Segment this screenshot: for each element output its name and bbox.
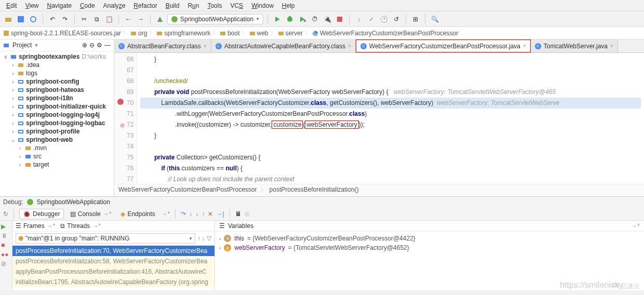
editor-tab[interactable]: CAbstractBeanFactory.class×	[114, 39, 211, 52]
back-icon[interactable]: ←	[123, 14, 133, 24]
bc-server[interactable]: server	[278, 30, 303, 37]
bc-jar[interactable]: spring-boot-2.2.1.RELEASE-sources.jar	[3, 30, 121, 37]
debug-icon[interactable]	[285, 14, 295, 24]
step-into-icon[interactable]: ↓	[189, 210, 192, 218]
vars-settings-icon[interactable]: →*	[631, 222, 640, 230]
tree-node[interactable]: ›springboot-logging-logbac	[1, 119, 113, 127]
paste-icon[interactable]: 📋	[104, 14, 114, 24]
tree-node[interactable]: ›springboot-config	[1, 77, 113, 86]
variable-row[interactable]: ›≡this= {WebServerFactoryCustomizerBeanP…	[219, 234, 640, 243]
tree-node[interactable]: ›springboot-logging-log4j	[1, 111, 113, 119]
refresh-icon[interactable]	[28, 14, 38, 24]
view-breakpoints-icon[interactable]: ●●	[1, 251, 11, 258]
collapse-icon[interactable]: ⊕	[82, 42, 87, 49]
undo-icon[interactable]: ↶	[47, 14, 58, 24]
coverage-icon[interactable]	[297, 14, 307, 24]
tree-root[interactable]: v springbootexamples D:\works	[1, 52, 113, 61]
attach-icon[interactable]: 🔌	[322, 14, 332, 24]
resume-icon[interactable]: ▶	[1, 223, 11, 230]
frames-filter-icon[interactable]: ▽	[207, 235, 211, 242]
tree-node[interactable]: ›.mvn	[1, 144, 113, 152]
run-icon[interactable]	[272, 14, 283, 24]
tree-node[interactable]: ⌄springboot-web	[1, 136, 113, 144]
bc-boot[interactable]: boot	[220, 30, 239, 37]
step-over-icon[interactable]: ↷	[181, 210, 186, 218]
bc-springframework[interactable]: springframework	[156, 30, 210, 37]
menu-refactor[interactable]: Refactor	[129, 1, 161, 10]
vcs-revert-icon[interactable]: ↺	[391, 14, 401, 24]
run-config-selector[interactable]: SpringbootWebApplication ▼	[167, 14, 263, 24]
force-step-into-icon[interactable]: ↓	[195, 210, 198, 218]
vcs-update-icon[interactable]: ↓	[354, 14, 364, 24]
thread-dropdown[interactable]: ⬣ "main"@1 in group "main": RUNNING ▼	[16, 233, 195, 244]
tree-node[interactable]: ›logs	[1, 69, 113, 77]
hide-icon[interactable]: —	[104, 42, 111, 49]
stop-icon[interactable]: ■	[1, 242, 11, 249]
copy-icon[interactable]: ⧉	[91, 14, 102, 24]
settings-icon[interactable]: ⚙	[97, 42, 102, 49]
menu-build[interactable]: Build	[162, 1, 184, 10]
tree-node[interactable]: ›springboot-profile	[1, 127, 113, 136]
pause-icon[interactable]: ⏸	[1, 232, 11, 239]
run-to-cursor-icon[interactable]: →|	[216, 210, 224, 218]
trace-icon[interactable]: ⊞	[245, 210, 250, 218]
editor-tab[interactable]: CTomcatWebServer.java×	[531, 39, 618, 52]
menu-edit[interactable]: Edit	[2, 1, 21, 10]
vcs-commit-icon[interactable]: ✓	[366, 14, 377, 24]
cut-icon[interactable]: ✂	[79, 14, 89, 24]
tree-node[interactable]: ›src	[1, 152, 113, 160]
redo-icon[interactable]: ↷	[60, 14, 70, 24]
frames-tab[interactable]: ☰Frames→*	[16, 222, 55, 230]
tree-node[interactable]: ›springboot-initializer-quick	[1, 102, 113, 111]
profile-icon[interactable]: ⏱	[310, 14, 320, 24]
menu-vcs[interactable]: VCS	[226, 1, 247, 10]
mute-breakpoints-icon[interactable]: ⊘	[1, 260, 11, 267]
frame-row[interactable]: postProcessBeforeInitialization:58, WebS…	[12, 256, 214, 266]
tree-node[interactable]: ›springboot-i18n	[1, 94, 113, 102]
menu-code[interactable]: Code	[76, 1, 99, 10]
menu-run[interactable]: Run	[183, 1, 203, 10]
crumb-class[interactable]: WebServerFactoryCustomizerBeanPostProces…	[118, 186, 257, 195]
structure-icon[interactable]: ⊞	[410, 14, 421, 24]
close-tab-icon[interactable]: ×	[204, 43, 207, 49]
editor-tab[interactable]: CWebServerFactoryCustomizerBeanPostProce…	[356, 39, 531, 52]
bc-web[interactable]: web	[249, 30, 269, 37]
bc-org[interactable]: org	[130, 30, 147, 37]
frame-row[interactable]: initializeBean:1795, AbstractAutowireCap…	[12, 277, 214, 287]
step-out-icon[interactable]: ↑	[202, 210, 205, 218]
evaluate-icon[interactable]: 🖩	[235, 210, 242, 218]
menu-help[interactable]: Help	[278, 1, 299, 10]
menu-navigate[interactable]: Navigate	[43, 1, 76, 10]
tab-console[interactable]: ▤Console→*	[67, 209, 115, 219]
close-tab-icon[interactable]: ×	[348, 43, 351, 49]
save-icon[interactable]	[16, 14, 26, 24]
search-icon[interactable]: 🔍	[430, 14, 440, 24]
tree-node[interactable]: ›.idea	[1, 61, 113, 69]
close-tab-icon[interactable]: ×	[523, 43, 526, 49]
menu-view[interactable]: View	[21, 1, 43, 10]
bc-class[interactable]: CWebServerFactoryCustomizerBeanPostProce…	[312, 30, 459, 37]
tab-endpoints[interactable]: ◆Endpoints	[117, 209, 158, 219]
prev-frame-icon[interactable]: ↑	[197, 235, 200, 242]
select-opened-icon[interactable]: ⊖	[89, 42, 95, 49]
tab-debugger[interactable]: 🐞Debugger	[19, 209, 64, 219]
threads-tab[interactable]: ⧉Threads→*	[60, 222, 101, 230]
frame-row[interactable]: postProcessBeforeInitialization:70, WebS…	[12, 246, 214, 256]
crumb-method[interactable]: postProcessBeforeInitialization()	[270, 186, 359, 195]
close-tab-icon[interactable]: ×	[610, 43, 613, 49]
menu-analyze[interactable]: Analyze	[99, 1, 130, 10]
menu-window[interactable]: Window	[247, 1, 278, 10]
editor-tab[interactable]: CAbstractAutowireCapableBeanFactory.clas…	[211, 39, 356, 52]
next-frame-icon[interactable]: ↓	[202, 235, 205, 242]
code-editor[interactable]: 666768697071⊘727374757677 } /unchecked/ …	[114, 53, 644, 184]
menu-tools[interactable]: Tools	[203, 1, 226, 10]
variable-row[interactable]: ›pwebServerFactory= {TomcatServletWebSer…	[219, 243, 640, 252]
tree-node[interactable]: ›springboot-hateoas	[1, 86, 113, 94]
open-icon[interactable]	[3, 14, 14, 24]
restart-icon[interactable]: ↻	[3, 210, 8, 218]
forward-icon[interactable]: →	[136, 14, 146, 24]
build-icon[interactable]	[155, 14, 165, 24]
stop-icon[interactable]	[334, 14, 345, 24]
drop-frame-icon[interactable]: ✕	[208, 210, 213, 218]
vcs-history-icon[interactable]: 🕐	[379, 14, 389, 24]
